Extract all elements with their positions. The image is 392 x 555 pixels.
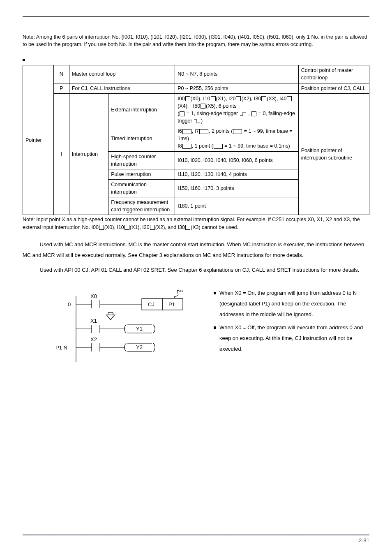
top-note: Note: Among the 6 pairs of interruption … xyxy=(23,33,369,48)
sub5-label: Frequency measurement card triggered int… xyxy=(108,197,175,215)
sub5-desc: I180, 1 point xyxy=(175,197,298,215)
lad-p1n: P1 N xyxy=(55,345,67,351)
rhs-bullet-1: When X0 = On, the program will jump from… xyxy=(214,288,369,320)
sub0-label: External interruption xyxy=(108,93,175,126)
bullet-marker xyxy=(23,56,369,62)
row-n-col4: Control point of master control loop xyxy=(298,65,369,83)
sub2-label: High-speed counter interruption xyxy=(108,151,175,169)
sub0-desc: I00(X0), I10(X1), I20(X2), I30(X3), I40(… xyxy=(175,93,298,126)
lad-zero: 0 xyxy=(68,301,71,308)
lad-x0: X0 xyxy=(90,293,97,299)
row-i-col4: Position pointer of interruption subrout… xyxy=(298,93,369,215)
row-p-col2: For CJ, CALL instructions xyxy=(69,83,175,93)
para1: Used with MC and MCR instructions. MC is… xyxy=(23,239,369,261)
ladder-diagram: 0 X0 CJ P1 P** X1 xyxy=(55,288,197,371)
sub2-desc: I010, I020, I030, I040, I050, I060, 6 po… xyxy=(175,151,298,169)
bottom-note: Note: Input point X as a high-speed coun… xyxy=(23,216,369,231)
row-i-col2: Interruption xyxy=(69,93,108,215)
sub3-desc: I110, I120, I130, I140, 4 points xyxy=(175,169,298,179)
lad-x1: X1 xyxy=(90,318,97,324)
sub1-desc: I6, I7, 2 points ( = 1 ~ 99, time base =… xyxy=(175,126,298,151)
left-header: Pointer xyxy=(23,65,54,215)
row-n-code: N xyxy=(53,65,69,83)
row-i-code: I xyxy=(53,93,69,215)
sub3-label: Pulse interruption xyxy=(108,169,175,179)
lad-x2: X2 xyxy=(90,336,97,342)
lad-y2: Y2 xyxy=(136,344,143,350)
lad-y1: Y1 xyxy=(136,326,143,332)
footer-rule xyxy=(23,534,369,536)
row-n-col3: N0 ~ N7, 8 points xyxy=(175,65,298,83)
sub1-label: Timed interruption xyxy=(108,126,175,151)
sub4-desc: I150, I160, I170, 3 points xyxy=(175,179,298,197)
para2: Used with API 00 CJ, API 01 CALL and API… xyxy=(23,265,369,275)
row-n-col2: Master control loop xyxy=(69,65,175,83)
pointer-table: Pointer N Master control loop N0 ~ N7, 8… xyxy=(23,65,369,215)
sub4-label: Communication interruption xyxy=(108,179,175,197)
rhs-bullet-2: When X0 = Off, the program will execute … xyxy=(214,322,369,354)
lad-p1-box: P1 xyxy=(168,301,175,308)
row-p-col4: Position pointer of CJ, CALL xyxy=(298,83,369,93)
page-number: 2-31 xyxy=(23,537,369,543)
row-p-col3: P0 ~ P255, 256 points xyxy=(175,83,298,93)
lad-cj: CJ xyxy=(148,301,154,308)
lad-pstar: P** xyxy=(177,289,184,294)
row-p-code: P xyxy=(53,83,69,93)
